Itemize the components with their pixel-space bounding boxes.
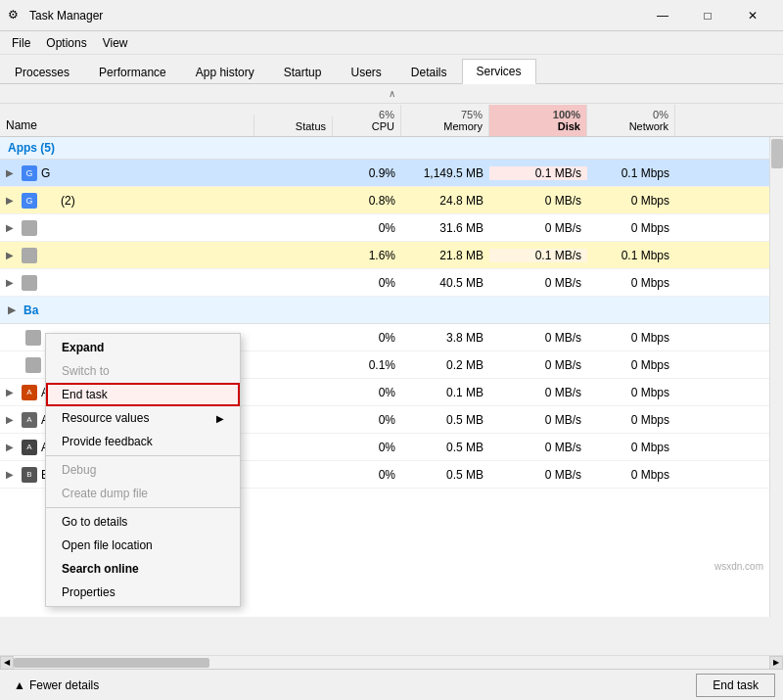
ctx-go-to-details[interactable]: Go to details	[46, 510, 240, 534]
tab-details[interactable]: Details	[396, 60, 462, 84]
expand-icon: ▶	[6, 277, 18, 288]
ctx-debug: Debug	[46, 458, 240, 482]
scroll-right-button[interactable]: ▶	[769, 656, 783, 670]
ctx-separator-2	[46, 507, 240, 508]
tab-users[interactable]: Users	[336, 60, 395, 84]
maximize-button[interactable]: □	[685, 0, 730, 31]
col-header-cpu[interactable]: 6% CPU	[333, 105, 401, 136]
expand-icon: ▶	[8, 304, 20, 315]
expand-icon: ▶	[6, 442, 18, 452]
tab-processes[interactable]: Processes	[0, 60, 84, 84]
process-row[interactable]: ▶ G G 0.9% 1,149.5 MB 0.1 MB/s 0.1 Mbps	[0, 160, 783, 187]
scroll-track[interactable]	[14, 656, 769, 670]
col-header-name[interactable]: Name	[0, 115, 254, 136]
app-icon-blank	[22, 220, 37, 236]
ctx-resource-values[interactable]: Resource values ▶	[46, 406, 240, 430]
title-bar: ⚙ Task Manager — □ ✕	[0, 0, 783, 31]
app-icon-blank3	[22, 275, 37, 291]
ctx-separator-1	[46, 455, 240, 456]
expand-icon: ▶	[6, 222, 18, 233]
app-icon-appframe: A	[22, 440, 37, 455]
col-header-status[interactable]: Status	[254, 117, 333, 136]
expand-icon: ▶	[6, 469, 18, 480]
scroll-thumb[interactable]	[771, 139, 783, 168]
menu-file[interactable]: File	[4, 34, 38, 52]
tab-startup[interactable]: Startup	[269, 60, 337, 84]
app-icon-amd: A	[22, 385, 37, 400]
ctx-open-file-location[interactable]: Open file location	[46, 534, 240, 557]
close-button[interactable]: ✕	[730, 0, 775, 31]
chevron-down-icon: ▲	[14, 678, 25, 692]
col-header-disk[interactable]: 100% Disk	[489, 105, 587, 136]
h-scroll-thumb[interactable]	[14, 658, 209, 668]
tab-performance[interactable]: Performance	[84, 60, 181, 84]
tab-services[interactable]: Services	[462, 59, 536, 84]
process-row[interactable]: ▶ 0% 40.5 MB 0 MB/s 0 Mbps	[0, 269, 783, 297]
process-row[interactable]: ▶ 1.6% 21.8 MB 0.1 MB/s 0.1 Mbps	[0, 242, 783, 269]
fewer-details-button[interactable]: ▲ Fewer details	[8, 677, 105, 694]
app-icon-g2: G	[22, 193, 37, 209]
ctx-switch-to: Switch to	[46, 359, 240, 383]
tab-bar: Processes Performance App history Startu…	[0, 55, 783, 84]
expand-icon: ▶	[6, 250, 18, 260]
ctx-end-task[interactable]: End task	[46, 383, 240, 406]
app-icon-blank5	[25, 357, 41, 373]
col-header-memory[interactable]: 75% Memory	[401, 105, 489, 136]
bottom-bar: ▲ Fewer details End task	[0, 669, 783, 700]
expand-icon: ▶	[6, 167, 18, 178]
menu-view[interactable]: View	[95, 34, 136, 52]
process-row[interactable]: ▶ G (2) 0.8% 24.8 MB 0 MB/s 0 Mbps	[0, 187, 783, 214]
ctx-create-dump: Create dump file	[46, 482, 240, 505]
scroll-left-button[interactable]: ◀	[0, 656, 14, 670]
vertical-scrollbar[interactable]	[769, 137, 783, 617]
expand-icon: ▶	[6, 387, 18, 397]
ctx-expand[interactable]: Expand	[46, 336, 240, 359]
apps-section-header: Apps (5)	[0, 137, 783, 160]
ctx-properties[interactable]: Properties	[46, 581, 240, 604]
expand-icon: ▶	[6, 195, 18, 206]
end-task-button[interactable]: End task	[696, 674, 775, 697]
expand-icon: ▶	[6, 414, 18, 425]
app-icon-blank4	[25, 330, 41, 346]
process-row[interactable]: ▶ 0% 31.6 MB 0 MB/s 0 Mbps	[0, 214, 783, 242]
collapse-arrow-icon[interactable]: ∧	[387, 86, 397, 101]
col-header-network[interactable]: 0% Network	[587, 105, 675, 136]
window-title: Task Manager	[29, 9, 640, 23]
fewer-details-label: Fewer details	[29, 678, 99, 692]
app-icon-blank2	[22, 248, 37, 263]
context-menu: Expand Switch to End task Resource value…	[45, 333, 241, 607]
process-list: Apps (5) ▶ G G 0.9% 1,149.5 MB 0.1 MB/s …	[0, 137, 783, 617]
background-section-header: ▶ Ba	[0, 297, 783, 324]
app-icon-g: G	[22, 165, 37, 181]
watermark: wsxdn.com	[714, 561, 763, 572]
menu-bar: File Options View	[0, 31, 783, 55]
submenu-arrow-icon: ▶	[216, 413, 224, 424]
minimize-button[interactable]: —	[640, 0, 685, 31]
horizontal-scrollbar[interactable]: ◀ ▶	[0, 655, 783, 669]
app-icon-bridge: B	[22, 467, 37, 483]
window-controls: — □ ✕	[640, 0, 775, 31]
tab-app-history[interactable]: App history	[181, 60, 269, 84]
app-icon-apphelpercap: A	[22, 412, 37, 428]
app-icon: ⚙	[8, 8, 23, 23]
ctx-search-online[interactable]: Search online	[46, 557, 240, 581]
column-headers: Name Status 6% CPU 75% Memory 100% Disk …	[0, 104, 783, 137]
ctx-provide-feedback[interactable]: Provide feedback	[46, 430, 240, 453]
menu-options[interactable]: Options	[38, 34, 94, 52]
